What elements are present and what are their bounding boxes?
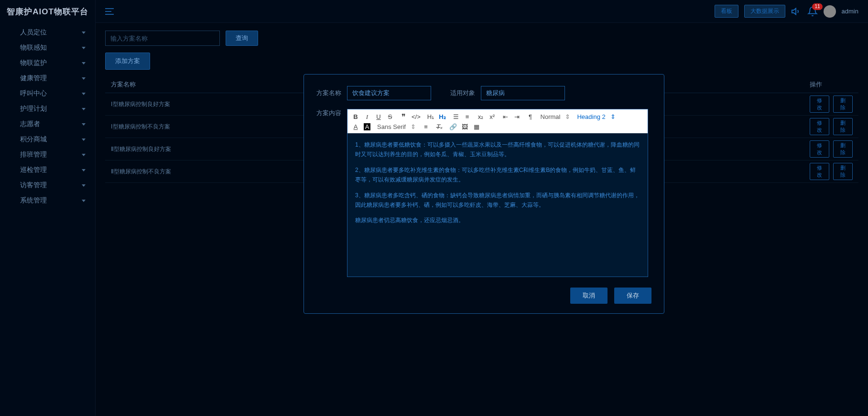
list-bullet-icon[interactable]: ≡ xyxy=(464,113,471,120)
strike-icon[interactable]: S xyxy=(387,113,393,120)
chevron-updown-icon: ⇕ xyxy=(565,113,570,120)
video-icon[interactable]: ▦ xyxy=(473,123,480,130)
edit-plan-modal: 方案名称 适用对象 方案内容 B I U S xyxy=(304,74,664,314)
align-icon[interactable]: ≡ xyxy=(423,123,429,130)
nav-item-points[interactable]: 积分商城 xyxy=(0,132,95,147)
header: 看板 大数据展示 11 admin xyxy=(96,0,868,23)
nav-item-callcenter[interactable]: 呼叫中心 xyxy=(0,86,95,101)
chevron-down-icon xyxy=(82,47,86,49)
username: admin xyxy=(842,8,858,15)
nav-item-health[interactable]: 健康管理 xyxy=(0,71,95,86)
cell-name: Ⅰ型糖尿病控制良好方案 xyxy=(105,93,236,116)
editor-paragraph: 1、糖尿病患者要低糖饮食：可以多摄入一些蔬菜水果以及一些高纤维食物，可以促进机体… xyxy=(355,140,640,160)
target-input[interactable] xyxy=(481,86,565,100)
italic-icon[interactable]: I xyxy=(364,113,370,121)
avatar[interactable] xyxy=(824,5,836,18)
edit-button[interactable]: 修改 xyxy=(810,96,829,113)
heading-select[interactable]: Heading 2 xyxy=(577,113,605,120)
chevron-down-icon xyxy=(82,93,86,95)
editor-paragraph: 糖尿病患者切忌高糖饮食，还应忌烟忌酒。 xyxy=(355,215,640,225)
direction-icon[interactable]: ¶ xyxy=(527,113,534,120)
chevron-down-icon xyxy=(82,154,86,156)
editor-toolbar: B I U S ❞ </> H₁ H₂ xyxy=(347,109,648,133)
chevron-down-icon xyxy=(82,62,86,64)
chevron-updown-icon: ⇕ xyxy=(411,123,416,130)
rich-editor: B I U S ❞ </> H₁ H₂ xyxy=(347,109,648,277)
add-plan-button[interactable]: 添加方案 xyxy=(105,53,150,70)
app-logo: 智康护AIOT物联平台 xyxy=(0,0,95,23)
clear-format-icon[interactable]: T̶ₓ xyxy=(436,123,443,130)
nav-item-iot-monitor[interactable]: 物联监护 xyxy=(0,55,95,71)
outdent-icon[interactable]: ⇤ xyxy=(502,113,509,120)
speaker-icon[interactable] xyxy=(791,6,802,17)
code-icon[interactable]: </> xyxy=(412,113,421,120)
search-toolbar: 查询 xyxy=(105,31,858,46)
save-button[interactable]: 保存 xyxy=(614,288,651,304)
edit-button[interactable]: 修改 xyxy=(810,118,829,135)
label-content: 方案内容 xyxy=(316,109,343,117)
image-icon[interactable]: 🖼 xyxy=(462,123,468,130)
chevron-down-icon xyxy=(82,200,86,202)
subscript-icon[interactable]: x₂ xyxy=(477,113,484,120)
chevron-down-icon xyxy=(82,108,86,110)
size-select[interactable]: Normal xyxy=(541,113,561,120)
editor-body[interactable]: 1、糖尿病患者要低糖饮食：可以多摄入一些蔬菜水果以及一些高纤维食物，可以促进机体… xyxy=(347,133,648,277)
nav-item-volunteer[interactable]: 志愿者 xyxy=(0,117,95,132)
query-button[interactable]: 查询 xyxy=(226,31,258,46)
bigdata-button[interactable]: 大数据展示 xyxy=(744,5,785,18)
bold-icon[interactable]: B xyxy=(352,113,359,120)
nav-item-careplan[interactable]: 护理计划 xyxy=(0,101,95,117)
main: 看板 大数据展示 11 admin 查询 添加方案 xyxy=(96,0,868,416)
superscript-icon[interactable]: x² xyxy=(489,113,496,120)
underline-icon[interactable]: U xyxy=(375,113,382,120)
label-target: 适用对象 xyxy=(450,89,477,97)
delete-button[interactable]: 删除 xyxy=(833,96,853,113)
label-plan-name: 方案名称 xyxy=(316,89,343,97)
font-select[interactable]: Sans Serif xyxy=(377,123,406,130)
nav: 人员定位 物联感知 物联监护 健康管理 呼叫中心 护理计划 志愿者 积分商城 排… xyxy=(0,23,95,208)
col-name: 方案名称 xyxy=(105,76,236,93)
edit-button[interactable]: 修改 xyxy=(810,163,829,180)
delete-button[interactable]: 删除 xyxy=(833,163,853,180)
editor-paragraph: 2、糖尿病患者要多吃补充维生素的食物：可以多吃些补充维生素C和维生素B的食物，例… xyxy=(355,165,640,185)
nav-item-visitor[interactable]: 访客管理 xyxy=(0,178,95,193)
quote-icon[interactable]: ❞ xyxy=(400,112,407,121)
nav-item-schedule[interactable]: 排班管理 xyxy=(0,147,95,162)
chevron-down-icon xyxy=(82,123,86,126)
notification-badge: 11 xyxy=(812,3,822,10)
link-icon[interactable]: 🔗 xyxy=(449,123,457,130)
bell-icon[interactable]: 11 xyxy=(807,6,818,17)
nav-item-positioning[interactable]: 人员定位 xyxy=(0,25,95,40)
delete-button[interactable]: 删除 xyxy=(833,118,853,135)
cell-name: Ⅰ型糖尿病控制不良方案 xyxy=(105,116,236,138)
chevron-down-icon xyxy=(82,184,86,187)
h2-icon[interactable]: H₂ xyxy=(439,113,445,120)
cell-name: Ⅱ型糖尿病控制不良方案 xyxy=(105,160,236,183)
edit-button[interactable]: 修改 xyxy=(810,140,829,158)
text-color-icon[interactable]: A xyxy=(352,123,359,130)
collapse-sidebar-icon[interactable] xyxy=(105,8,114,15)
search-input[interactable] xyxy=(105,31,220,46)
indent-icon[interactable]: ⇥ xyxy=(514,113,521,120)
editor-paragraph: 3、糖尿病患者多吃含钙、硒的食物：缺钙会导致糖尿病患者病情加重，而硒与胰岛素有相… xyxy=(355,191,640,210)
nav-item-system[interactable]: 系统管理 xyxy=(0,193,95,208)
chevron-updown-icon: ⇕ xyxy=(610,113,616,120)
sidebar: 智康护AIOT物联平台 人员定位 物联感知 物联监护 健康管理 呼叫中心 护理计… xyxy=(0,0,96,416)
list-ordered-icon[interactable]: ☰ xyxy=(453,113,459,120)
plan-name-input[interactable] xyxy=(347,86,431,100)
chevron-down-icon xyxy=(82,32,86,34)
delete-button[interactable]: 删除 xyxy=(833,140,853,158)
nav-item-patrol[interactable]: 巡检管理 xyxy=(0,162,95,178)
chevron-down-icon xyxy=(82,139,86,141)
h1-icon[interactable]: H₁ xyxy=(427,113,434,120)
kanban-button[interactable]: 看板 xyxy=(715,5,738,18)
chevron-down-icon xyxy=(82,77,86,80)
bg-color-icon[interactable]: A xyxy=(364,123,370,130)
nav-item-iot-sense[interactable]: 物联感知 xyxy=(0,40,95,55)
cancel-button[interactable]: 取消 xyxy=(570,288,608,304)
cell-name: Ⅱ型糖尿病控制良好方案 xyxy=(105,138,236,160)
chevron-down-icon xyxy=(82,169,86,171)
